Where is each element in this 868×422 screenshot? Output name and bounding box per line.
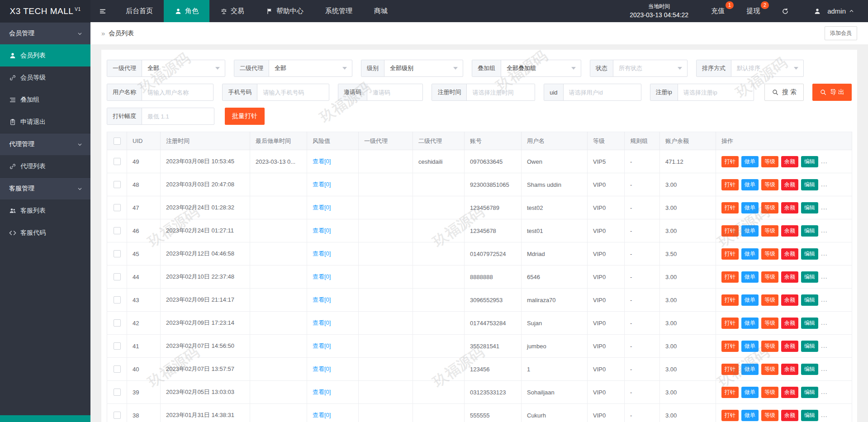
add-member-button[interactable]: 添加会员 bbox=[825, 26, 857, 40]
row-checkbox[interactable] bbox=[114, 158, 121, 165]
row-action-level-button[interactable]: 等级 bbox=[761, 294, 778, 306]
row-action-edit-button[interactable]: 编辑 bbox=[801, 410, 818, 421]
menu-item-system[interactable]: 系统管理 bbox=[314, 0, 363, 22]
sidebar-toggle-icon[interactable] bbox=[90, 0, 115, 22]
row-action-level-button[interactable]: 等级 bbox=[761, 387, 778, 398]
inject-range-input[interactable] bbox=[142, 113, 214, 120]
sidebar-item-service-code[interactable]: 客服代码 bbox=[0, 222, 90, 244]
risk-view-link[interactable]: 查看[0] bbox=[313, 250, 331, 257]
row-action-level-button[interactable]: 等级 bbox=[761, 156, 778, 167]
filter-select-sort[interactable]: 排序方式默认排序 bbox=[696, 60, 804, 77]
row-more-button[interactable]: ... bbox=[821, 365, 828, 372]
row-action-edit-button[interactable]: 编辑 bbox=[801, 179, 818, 190]
row-action-edit-button[interactable]: 编辑 bbox=[801, 271, 818, 283]
row-action-order-button[interactable]: 做单 bbox=[741, 156, 759, 167]
invite-input[interactable] bbox=[367, 89, 422, 96]
row-action-inject-button[interactable]: 打针 bbox=[721, 248, 739, 260]
row-action-order-button[interactable]: 做单 bbox=[741, 387, 759, 398]
row-checkbox[interactable] bbox=[114, 342, 121, 350]
row-checkbox[interactable] bbox=[114, 227, 121, 234]
row-action-balance-button[interactable]: 余额 bbox=[781, 248, 798, 260]
row-action-order-button[interactable]: 做单 bbox=[741, 341, 759, 352]
row-action-level-button[interactable]: 等级 bbox=[761, 179, 778, 190]
export-button[interactable]: 导 出 bbox=[812, 84, 852, 101]
row-action-inject-button[interactable]: 打针 bbox=[721, 294, 739, 306]
sidebar-item-agent-list[interactable]: 代理列表 bbox=[0, 155, 90, 177]
sidebar-item-stack-group[interactable]: 叠加组 bbox=[0, 89, 90, 111]
row-more-button[interactable]: ... bbox=[821, 227, 828, 234]
uid-input[interactable] bbox=[564, 89, 641, 96]
risk-view-link[interactable]: 查看[0] bbox=[313, 342, 331, 349]
risk-view-link[interactable]: 查看[0] bbox=[313, 181, 331, 188]
regtime-input[interactable] bbox=[467, 89, 535, 96]
row-action-level-button[interactable]: 等级 bbox=[761, 318, 778, 329]
filter-select-agent2[interactable]: 二级代理全部 bbox=[234, 60, 352, 77]
sidebar-group-member[interactable]: 会员管理 bbox=[0, 22, 90, 44]
row-action-level-button[interactable]: 等级 bbox=[761, 271, 778, 283]
row-checkbox[interactable] bbox=[114, 389, 121, 396]
risk-view-link[interactable]: 查看[0] bbox=[313, 319, 331, 326]
row-action-order-button[interactable]: 做单 bbox=[741, 318, 759, 329]
row-action-order-button[interactable]: 做单 bbox=[741, 294, 759, 306]
row-action-balance-button[interactable]: 余额 bbox=[781, 225, 798, 237]
filter-select-stack[interactable]: 叠加组全部叠加组 bbox=[472, 60, 581, 77]
phone-input[interactable] bbox=[257, 89, 328, 96]
filter-select-status[interactable]: 状态所有状态 bbox=[590, 60, 688, 77]
select-all-checkbox[interactable] bbox=[114, 138, 121, 145]
sidebar-item-service-list[interactable]: 客服列表 bbox=[0, 199, 90, 222]
row-more-button[interactable]: ... bbox=[821, 204, 828, 211]
sidebar-group-service[interactable]: 客服管理 bbox=[0, 177, 90, 199]
recharge-button[interactable]: 充值 1 bbox=[700, 0, 735, 22]
row-action-order-button[interactable]: 做单 bbox=[741, 225, 759, 237]
row-more-button[interactable]: ... bbox=[821, 296, 828, 303]
row-action-level-button[interactable]: 等级 bbox=[761, 364, 778, 375]
row-action-level-button[interactable]: 等级 bbox=[761, 410, 778, 421]
menu-item-dashboard[interactable]: 后台首页 bbox=[115, 0, 164, 22]
row-action-order-button[interactable]: 做单 bbox=[741, 179, 759, 190]
risk-view-link[interactable]: 查看[0] bbox=[313, 365, 331, 372]
row-action-edit-button[interactable]: 编辑 bbox=[801, 364, 818, 375]
row-action-edit-button[interactable]: 编辑 bbox=[801, 341, 818, 352]
row-action-inject-button[interactable]: 打针 bbox=[721, 202, 739, 213]
menu-item-role[interactable]: 角色 bbox=[164, 0, 209, 22]
row-action-edit-button[interactable]: 编辑 bbox=[801, 387, 818, 398]
row-action-balance-button[interactable]: 余额 bbox=[781, 364, 798, 375]
menu-item-help[interactable]: 帮助中心 bbox=[255, 0, 314, 22]
row-more-button[interactable]: ... bbox=[821, 319, 828, 326]
filter-select-level[interactable]: 级别全部级别 bbox=[361, 60, 463, 77]
sidebar-item-member-level[interactable]: 会员等级 bbox=[0, 66, 90, 89]
row-action-inject-button[interactable]: 打针 bbox=[721, 341, 739, 352]
row-action-inject-button[interactable]: 打针 bbox=[721, 387, 739, 398]
row-more-button[interactable]: ... bbox=[821, 273, 828, 280]
sidebar-item-quit-apply[interactable]: 申请退出 bbox=[0, 111, 90, 133]
row-action-inject-button[interactable]: 打针 bbox=[721, 271, 739, 283]
row-action-edit-button[interactable]: 编辑 bbox=[801, 248, 818, 260]
sidebar-group-agent[interactable]: 代理管理 bbox=[0, 133, 90, 155]
row-checkbox[interactable] bbox=[114, 273, 121, 280]
risk-view-link[interactable]: 查看[0] bbox=[313, 412, 331, 418]
row-checkbox[interactable] bbox=[114, 412, 121, 419]
sidebar-item-member-list[interactable]: 会员列表 bbox=[0, 44, 90, 66]
row-checkbox[interactable] bbox=[114, 365, 121, 373]
withdraw-button[interactable]: 提现 2 bbox=[735, 0, 771, 22]
row-action-edit-button[interactable]: 编辑 bbox=[801, 156, 818, 167]
row-more-button[interactable]: ... bbox=[821, 250, 828, 257]
row-action-level-button[interactable]: 等级 bbox=[761, 202, 778, 213]
row-action-inject-button[interactable]: 打针 bbox=[721, 225, 739, 237]
row-action-level-button[interactable]: 等级 bbox=[761, 248, 778, 260]
row-action-balance-button[interactable]: 余额 bbox=[781, 179, 798, 190]
row-action-order-button[interactable]: 做单 bbox=[741, 364, 759, 375]
refresh-button[interactable] bbox=[771, 0, 803, 22]
risk-view-link[interactable]: 查看[0] bbox=[313, 296, 331, 303]
row-checkbox[interactable] bbox=[114, 250, 121, 257]
row-action-inject-button[interactable]: 打针 bbox=[721, 179, 739, 190]
row-action-order-button[interactable]: 做单 bbox=[741, 271, 759, 283]
row-action-level-button[interactable]: 等级 bbox=[761, 225, 778, 237]
row-action-inject-button[interactable]: 打针 bbox=[721, 410, 739, 421]
search-button[interactable]: 搜 索 bbox=[764, 84, 804, 101]
row-more-button[interactable]: ... bbox=[821, 388, 828, 395]
row-more-button[interactable]: ... bbox=[821, 157, 828, 165]
row-more-button[interactable]: ... bbox=[821, 411, 828, 418]
risk-view-link[interactable]: 查看[0] bbox=[313, 158, 331, 165]
row-action-balance-button[interactable]: 余额 bbox=[781, 387, 798, 398]
